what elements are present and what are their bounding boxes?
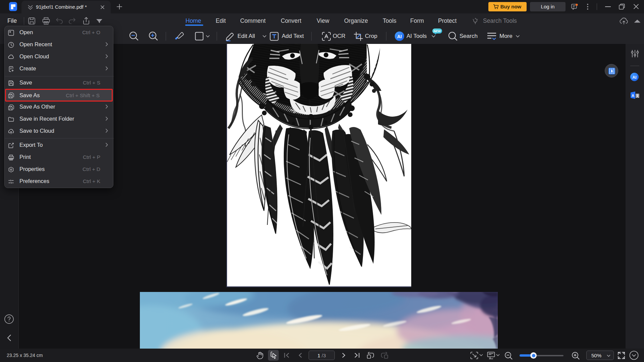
svg-text:文: 文 — [636, 94, 639, 98]
svg-text:AI: AI — [397, 34, 402, 39]
svg-text:NEW: NEW — [434, 29, 441, 33]
svg-text:A: A — [632, 94, 634, 98]
svg-text:AI: AI — [632, 75, 637, 80]
